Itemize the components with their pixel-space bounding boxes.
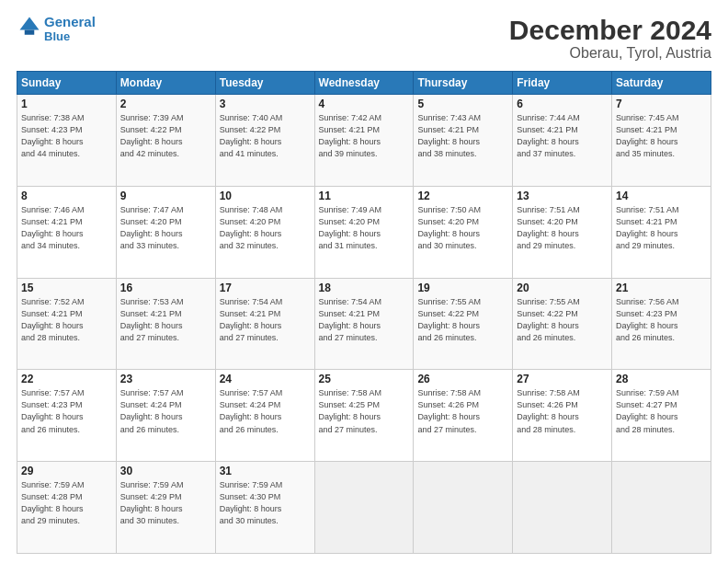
day-info: Sunrise: 7:42 AM Sunset: 4:21 PM Dayligh… — [319, 112, 410, 160]
table-row: 7Sunrise: 7:45 AM Sunset: 4:21 PM Daylig… — [612, 95, 711, 187]
day-number: 22 — [21, 373, 112, 385]
day-info: Sunrise: 7:50 AM Sunset: 4:20 PM Dayligh… — [417, 204, 508, 252]
table-row: 8Sunrise: 7:46 AM Sunset: 4:21 PM Daylig… — [17, 186, 117, 278]
day-number: 21 — [616, 282, 707, 294]
logo-icon — [17, 14, 42, 40]
day-number: 14 — [616, 190, 707, 202]
day-info: Sunrise: 7:39 AM Sunset: 4:22 PM Dayligh… — [120, 112, 211, 160]
day-number: 11 — [319, 190, 410, 202]
calendar-week-row: 15Sunrise: 7:52 AM Sunset: 4:21 PM Dayli… — [17, 278, 711, 370]
table-row: 15Sunrise: 7:52 AM Sunset: 4:21 PM Dayli… — [17, 278, 117, 370]
col-wednesday: Wednesday — [314, 72, 414, 95]
page-title: December 2024 — [509, 15, 711, 45]
table-row — [414, 462, 513, 554]
col-tuesday: Tuesday — [215, 72, 314, 95]
table-row: 29Sunrise: 7:59 AM Sunset: 4:28 PM Dayli… — [17, 462, 117, 554]
day-info: Sunrise: 7:58 AM Sunset: 4:26 PM Dayligh… — [517, 387, 608, 435]
day-info: Sunrise: 7:58 AM Sunset: 4:26 PM Dayligh… — [417, 387, 508, 435]
day-info: Sunrise: 7:57 AM Sunset: 4:24 PM Dayligh… — [120, 387, 211, 435]
day-number: 9 — [120, 190, 211, 202]
table-row: 22Sunrise: 7:57 AM Sunset: 4:23 PM Dayli… — [17, 370, 117, 462]
calendar-header-row: Sunday Monday Tuesday Wednesday Thursday… — [17, 72, 711, 95]
svg-rect-1 — [25, 30, 35, 35]
calendar-week-row: 8Sunrise: 7:46 AM Sunset: 4:21 PM Daylig… — [17, 186, 711, 278]
title-block: December 2024 Oberau, Tyrol, Austria — [509, 15, 711, 62]
table-row: 21Sunrise: 7:56 AM Sunset: 4:23 PM Dayli… — [612, 278, 711, 370]
day-number: 17 — [220, 282, 311, 294]
table-row: 5Sunrise: 7:43 AM Sunset: 4:21 PM Daylig… — [414, 95, 513, 187]
col-friday: Friday — [513, 72, 612, 95]
day-info: Sunrise: 7:45 AM Sunset: 4:21 PM Dayligh… — [616, 112, 707, 160]
day-number: 16 — [120, 282, 211, 294]
day-number: 12 — [417, 190, 508, 202]
table-row — [314, 462, 414, 554]
svg-marker-0 — [20, 17, 40, 30]
day-info: Sunrise: 7:59 AM Sunset: 4:27 PM Dayligh… — [616, 387, 707, 435]
day-info: Sunrise: 7:59 AM Sunset: 4:30 PM Dayligh… — [220, 479, 311, 527]
day-info: Sunrise: 7:38 AM Sunset: 4:23 PM Dayligh… — [21, 112, 112, 160]
day-number: 3 — [220, 98, 311, 110]
day-info: Sunrise: 7:57 AM Sunset: 4:24 PM Dayligh… — [220, 387, 311, 435]
day-number: 26 — [417, 373, 508, 385]
table-row: 18Sunrise: 7:54 AM Sunset: 4:21 PM Dayli… — [314, 278, 414, 370]
day-info: Sunrise: 7:59 AM Sunset: 4:29 PM Dayligh… — [120, 479, 211, 527]
day-number: 6 — [517, 98, 608, 110]
day-info: Sunrise: 7:53 AM Sunset: 4:21 PM Dayligh… — [120, 296, 211, 344]
day-number: 29 — [21, 465, 112, 477]
header: General Blue December 2024 Oberau, Tyrol… — [17, 15, 711, 62]
table-row: 12Sunrise: 7:50 AM Sunset: 4:20 PM Dayli… — [414, 186, 513, 278]
day-number: 23 — [120, 373, 211, 385]
logo: General Blue — [17, 15, 96, 43]
col-saturday: Saturday — [612, 72, 711, 95]
table-row: 17Sunrise: 7:54 AM Sunset: 4:21 PM Dayli… — [215, 278, 314, 370]
day-info: Sunrise: 7:58 AM Sunset: 4:25 PM Dayligh… — [319, 387, 410, 435]
table-row: 24Sunrise: 7:57 AM Sunset: 4:24 PM Dayli… — [215, 370, 314, 462]
day-number: 25 — [319, 373, 410, 385]
col-thursday: Thursday — [414, 72, 513, 95]
table-row: 20Sunrise: 7:55 AM Sunset: 4:22 PM Dayli… — [513, 278, 612, 370]
day-info: Sunrise: 7:54 AM Sunset: 4:21 PM Dayligh… — [319, 296, 410, 344]
table-row: 25Sunrise: 7:58 AM Sunset: 4:25 PM Dayli… — [314, 370, 414, 462]
day-info: Sunrise: 7:55 AM Sunset: 4:22 PM Dayligh… — [417, 296, 508, 344]
day-number: 15 — [21, 282, 112, 294]
calendar-week-row: 22Sunrise: 7:57 AM Sunset: 4:23 PM Dayli… — [17, 370, 711, 462]
table-row: 28Sunrise: 7:59 AM Sunset: 4:27 PM Dayli… — [612, 370, 711, 462]
day-number: 8 — [21, 190, 112, 202]
table-row: 4Sunrise: 7:42 AM Sunset: 4:21 PM Daylig… — [314, 95, 414, 187]
day-info: Sunrise: 7:44 AM Sunset: 4:21 PM Dayligh… — [517, 112, 608, 160]
table-row: 19Sunrise: 7:55 AM Sunset: 4:22 PM Dayli… — [414, 278, 513, 370]
table-row: 9Sunrise: 7:47 AM Sunset: 4:20 PM Daylig… — [116, 186, 215, 278]
day-info: Sunrise: 7:47 AM Sunset: 4:20 PM Dayligh… — [120, 204, 211, 252]
day-info: Sunrise: 7:57 AM Sunset: 4:23 PM Dayligh… — [21, 387, 112, 435]
day-number: 19 — [417, 282, 508, 294]
day-info: Sunrise: 7:54 AM Sunset: 4:21 PM Dayligh… — [220, 296, 311, 344]
col-sunday: Sunday — [17, 72, 117, 95]
day-info: Sunrise: 7:51 AM Sunset: 4:20 PM Dayligh… — [517, 204, 608, 252]
calendar-week-row: 1Sunrise: 7:38 AM Sunset: 4:23 PM Daylig… — [17, 95, 711, 187]
table-row: 14Sunrise: 7:51 AM Sunset: 4:21 PM Dayli… — [612, 186, 711, 278]
logo-text: General Blue — [44, 15, 96, 43]
table-row: 3Sunrise: 7:40 AM Sunset: 4:22 PM Daylig… — [215, 95, 314, 187]
calendar-table: Sunday Monday Tuesday Wednesday Thursday… — [17, 71, 711, 554]
table-row: 27Sunrise: 7:58 AM Sunset: 4:26 PM Dayli… — [513, 370, 612, 462]
day-number: 27 — [517, 373, 608, 385]
day-info: Sunrise: 7:43 AM Sunset: 4:21 PM Dayligh… — [417, 112, 508, 160]
table-row: 6Sunrise: 7:44 AM Sunset: 4:21 PM Daylig… — [513, 95, 612, 187]
day-number: 10 — [220, 190, 311, 202]
col-monday: Monday — [116, 72, 215, 95]
day-info: Sunrise: 7:49 AM Sunset: 4:20 PM Dayligh… — [319, 204, 410, 252]
day-number: 7 — [616, 98, 707, 110]
page-subtitle: Oberau, Tyrol, Austria — [509, 45, 711, 62]
table-row — [513, 462, 612, 554]
day-info: Sunrise: 7:48 AM Sunset: 4:20 PM Dayligh… — [220, 204, 311, 252]
day-number: 18 — [319, 282, 410, 294]
table-row: 30Sunrise: 7:59 AM Sunset: 4:29 PM Dayli… — [116, 462, 215, 554]
day-number: 4 — [319, 98, 410, 110]
day-info: Sunrise: 7:56 AM Sunset: 4:23 PM Dayligh… — [616, 296, 707, 344]
day-info: Sunrise: 7:52 AM Sunset: 4:21 PM Dayligh… — [21, 296, 112, 344]
table-row: 13Sunrise: 7:51 AM Sunset: 4:20 PM Dayli… — [513, 186, 612, 278]
table-row: 1Sunrise: 7:38 AM Sunset: 4:23 PM Daylig… — [17, 95, 117, 187]
table-row: 10Sunrise: 7:48 AM Sunset: 4:20 PM Dayli… — [215, 186, 314, 278]
table-row: 23Sunrise: 7:57 AM Sunset: 4:24 PM Dayli… — [116, 370, 215, 462]
day-number: 24 — [220, 373, 311, 385]
